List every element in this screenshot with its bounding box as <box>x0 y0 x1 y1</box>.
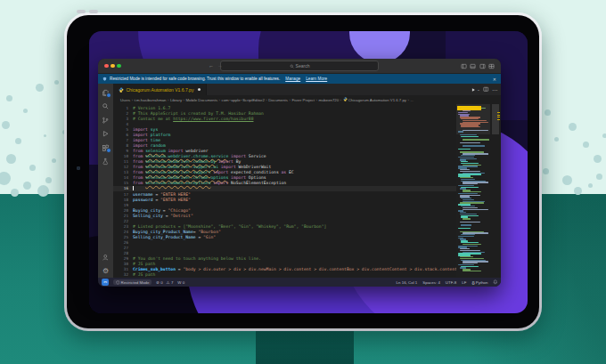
modified-dot-icon[interactable] <box>198 88 201 91</box>
sidebar-item-source-control[interactable] <box>98 113 113 127</box>
line-number: 30 <box>113 262 133 266</box>
code-token: selenium <box>145 149 166 153</box>
code-token: "Detroit" <box>170 214 192 218</box>
breadcrumb-item[interactable]: Mobile Documents <box>186 98 218 102</box>
account-button[interactable] <box>98 250 113 264</box>
breadcrumb-item[interactable]: mubeen720 <box>318 98 339 102</box>
run-dropdown-icon[interactable]: ⌄ <box>477 87 479 92</box>
line-number: 18 <box>113 198 133 202</box>
settings-button[interactable]: ⚙ <box>98 264 113 279</box>
volume-up-button[interactable] <box>77 10 86 13</box>
code-token: Selling_city <box>133 214 163 218</box>
warning-mark <box>497 115 500 116</box>
forward-button[interactable]: → <box>217 63 223 69</box>
line-number: 22 <box>113 219 133 223</box>
code-token: WebDriverWait <box>239 165 272 169</box>
status-item[interactable]: W 0 <box>177 280 184 285</box>
problems-status[interactable]: ⊘0⚠7 <box>156 280 173 285</box>
banner-close-icon[interactable]: ✕ <box>493 77 496 82</box>
status-item-ln-16-col-1[interactable]: Ln 16, Col 1 <box>397 280 418 285</box>
code-token: platform <box>151 133 171 137</box>
line-number: 27 <box>113 246 133 250</box>
line-number: 24 <box>113 230 133 234</box>
breadcrumb-separator: › <box>407 98 408 102</box>
code-line: 32# JS path <box>113 272 456 278</box>
status-item-utf-8[interactable]: UTF-8 <box>446 280 456 285</box>
sidebar-item-run-debug[interactable] <box>98 127 113 142</box>
more-actions-icon[interactable]: ⋯ <box>492 87 497 93</box>
breadcrumb-separator: › <box>289 98 290 102</box>
extensions-badge <box>106 148 111 153</box>
line-number: 32 <box>113 272 133 277</box>
back-button[interactable]: ← <box>209 63 214 69</box>
breadcrumb-item[interactable]: Users <box>120 98 130 102</box>
toggle-secondary-sidebar-icon[interactable] <box>479 63 486 69</box>
minimap-line <box>460 134 477 135</box>
breadcrumb-item[interactable]: t.m.hasiburrahman <box>135 98 167 102</box>
minimap-line <box>460 258 484 259</box>
run-button[interactable] <box>471 87 476 93</box>
zoom-window-button[interactable] <box>117 64 121 69</box>
toggle-panel-icon[interactable] <box>470 63 476 69</box>
code-token: from <box>133 154 145 158</box>
volume-down-button[interactable] <box>89 10 98 13</box>
minimap-line <box>458 193 478 194</box>
breadcrumb-item[interactable]: Chicagorum Automation V1.6.7.py <box>343 97 406 102</box>
sidebar-item-search[interactable] <box>98 100 113 114</box>
status-item-python[interactable]: {}Python <box>471 280 487 285</box>
command-center-search[interactable]: Search <box>220 61 379 71</box>
warning-mark <box>497 117 500 117</box>
code-token: "ENTER HERE" <box>160 192 191 197</box>
tab-active-file[interactable]: Chicagorum Automation V1.6.7.py <box>113 84 207 95</box>
learn-more-link[interactable]: Learn More <box>306 77 327 81</box>
close-window-button[interactable] <box>104 64 109 69</box>
warning-icon: ⚠ <box>166 280 169 285</box>
sidebar-item-extensions[interactable] <box>98 141 113 155</box>
breadcrumb-item[interactable]: Library <box>170 98 182 102</box>
code-token: import <box>133 133 151 137</box>
sidebar-item-testing[interactable] <box>98 155 113 169</box>
breadcrumb-item[interactable]: Fiverr Project <box>291 98 315 102</box>
restricted-mode-status[interactable]: Restricted Mode <box>113 279 152 285</box>
breadcrumb-item[interactable]: com~apple~ScriptEditor2 <box>222 98 265 102</box>
minimap-line <box>461 179 475 180</box>
code-token: = <box>153 198 160 202</box>
breadcrumb-separator: › <box>219 98 220 102</box>
line-number: 13 <box>113 170 133 174</box>
code-token: # This AppleScript is created by T.M. Ha… <box>133 111 264 116</box>
shield-icon <box>102 77 107 82</box>
minimize-window-button[interactable] <box>111 64 115 69</box>
customize-layout-icon[interactable] <box>488 63 495 69</box>
minimap-line <box>458 236 474 237</box>
notifications-bell-icon[interactable] <box>493 279 498 285</box>
manage-link[interactable]: Manage <box>285 77 300 81</box>
line-number: 31 <box>113 267 133 271</box>
status-item-lf[interactable]: LF <box>462 280 466 285</box>
split-editor-icon[interactable] <box>483 86 489 93</box>
code-token: selenium.webdriver.support.ui <box>145 165 218 169</box>
remote-indicator[interactable]: >< <box>102 279 109 286</box>
breadcrumb-item[interactable]: Documents <box>268 98 288 102</box>
python-file-icon <box>119 87 124 93</box>
minimap-gap <box>456 230 490 231</box>
code-token: NoSuchElementException <box>231 181 286 185</box>
code-token: = <box>160 208 168 213</box>
code-editor[interactable]: 1# Version 1.6.72# This AppleScript is c… <box>113 104 501 278</box>
tab-bar: Chicagorum Automation V1.6.7.py ⌄ ⋯ <box>113 84 501 95</box>
breadcrumb-item[interactable]: ... <box>410 98 414 102</box>
code-token: # Contact me at <box>133 117 173 121</box>
sidebar-item-explorer[interactable] <box>98 85 113 100</box>
line-number: 23 <box>113 224 133 229</box>
editor-scrollbar[interactable] <box>490 104 501 278</box>
line-number: 10 <box>113 154 133 158</box>
toggle-sidebar-icon[interactable] <box>461 63 467 69</box>
minimap[interactable] <box>456 104 490 278</box>
status-item-spaces-4[interactable]: Spaces: 4 <box>422 280 440 285</box>
code-token: # You don't need to touch anything below… <box>133 256 261 261</box>
line-number: 11 <box>113 159 133 164</box>
code-token: from <box>133 165 145 169</box>
braces-icon: {} <box>471 280 474 285</box>
line-number: 25 <box>113 235 133 239</box>
line-number: 14 <box>113 175 133 180</box>
account-icon <box>102 254 110 262</box>
